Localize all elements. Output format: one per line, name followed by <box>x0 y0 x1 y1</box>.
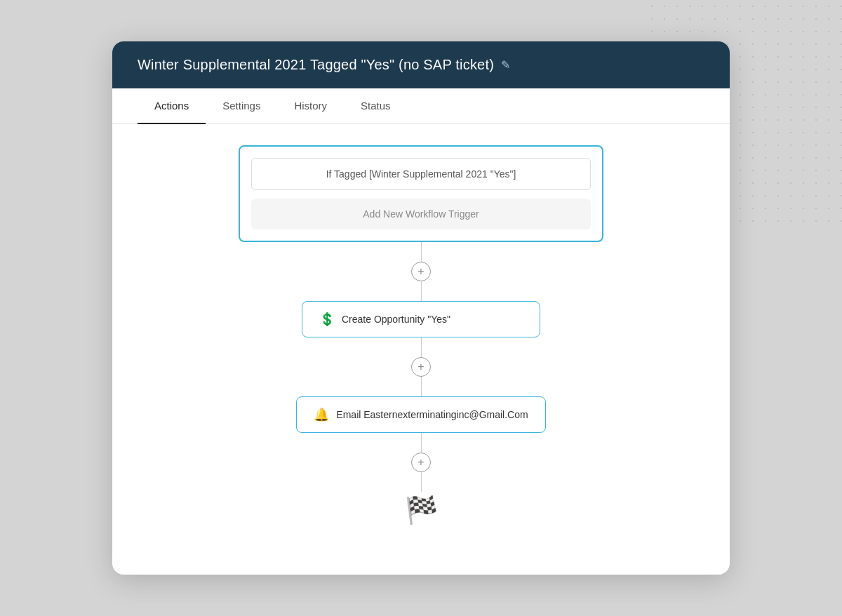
tab-settings[interactable]: Settings <box>206 88 277 124</box>
tab-history[interactable]: History <box>277 88 344 124</box>
connector-line-3b <box>421 472 422 492</box>
add-step-button-1[interactable]: + <box>411 262 431 281</box>
connector-line-1 <box>421 242 422 262</box>
email-label: Email Easternexterminatinginc@Gmail.Com <box>336 409 528 420</box>
opportunity-label: Create Opportunity "Yes" <box>342 314 450 325</box>
add-step-button-3[interactable]: + <box>411 453 431 472</box>
connector-line-3 <box>421 433 422 453</box>
finish-flag: 🏁 <box>405 495 438 525</box>
page-wrapper: Winter Supplemental 2021 Tagged "Yes" (n… <box>0 0 842 616</box>
create-opportunity-node[interactable]: 💲 Create Opportunity "Yes" <box>302 301 540 337</box>
card-header: Winter Supplemental 2021 Tagged "Yes" (n… <box>112 41 730 88</box>
connector-2: + <box>411 337 431 396</box>
add-step-button-2[interactable]: + <box>411 357 431 377</box>
email-action-node[interactable]: 🔔 Email Easternexterminatinginc@Gmail.Co… <box>296 396 545 433</box>
main-card: Winter Supplemental 2021 Tagged "Yes" (n… <box>112 41 730 575</box>
tab-actions[interactable]: Actions <box>138 88 206 124</box>
tab-status[interactable]: Status <box>344 88 408 124</box>
workflow-flow: If Tagged [Winter Supplemental 2021 "Yes… <box>138 145 704 525</box>
card-body: If Tagged [Winter Supplemental 2021 "Yes… <box>112 124 730 554</box>
connector-line-2b <box>421 377 422 396</box>
trigger-condition[interactable]: If Tagged [Winter Supplemental 2021 "Yes… <box>251 158 591 190</box>
connector-1: + <box>411 242 431 301</box>
connector-3: + <box>411 433 431 492</box>
workflow-title: Winter Supplemental 2021 Tagged "Yes" (n… <box>138 57 494 73</box>
edit-title-icon[interactable]: ✎ <box>501 58 510 72</box>
trigger-box: If Tagged [Winter Supplemental 2021 "Yes… <box>239 145 603 242</box>
connector-line-2 <box>421 337 422 357</box>
opportunity-icon: 💲 <box>319 312 335 327</box>
tab-bar: Actions Settings History Status <box>112 88 730 124</box>
email-icon: 🔔 <box>314 407 329 422</box>
add-trigger-button[interactable]: Add New Workflow Trigger <box>251 199 591 229</box>
connector-line-1b <box>421 281 422 301</box>
